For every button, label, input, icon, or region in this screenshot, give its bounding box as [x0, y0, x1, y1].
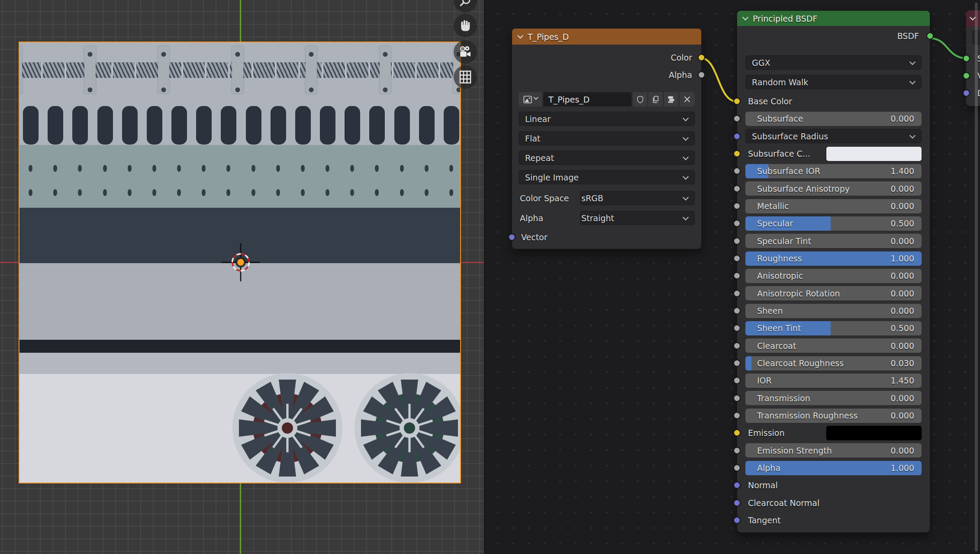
param-slider[interactable]: Transmission Roughness0.000 — [745, 409, 922, 423]
sheen-tint-input-socket[interactable] — [733, 325, 741, 332]
param-slider[interactable]: Subsurface Anisotropy0.000 — [745, 181, 922, 196]
param-slider[interactable]: Metallic0.000 — [745, 199, 922, 213]
base-color-input-socket[interactable] — [733, 98, 741, 105]
texture-band-panel — [19, 374, 460, 483]
material-output-node[interactable]: SVD — [966, 10, 980, 106]
color-swatch[interactable] — [826, 147, 922, 161]
chevron-down-icon — [683, 115, 689, 121]
bsdf-output-socket[interactable] — [926, 32, 934, 40]
clearcoat-normal-input-socket[interactable] — [733, 499, 741, 506]
alpha-mode-dropdown[interactable]: Straight — [580, 211, 695, 225]
texture-vent-slot — [196, 106, 212, 145]
specular-input-socket[interactable] — [733, 220, 741, 227]
unlink-image-button[interactable] — [680, 92, 695, 106]
param-slider[interactable]: Sheen Tint0.500 — [745, 321, 922, 335]
output-input-socket[interactable] — [963, 72, 970, 80]
param-slider[interactable]: Clearcoat Roughness0.030 — [745, 356, 922, 370]
param-slider[interactable]: Anisotropic0.000 — [745, 269, 922, 283]
textured-plane-object[interactable] — [19, 42, 461, 483]
bsdf-node-header[interactable]: Principled BSDF — [737, 11, 930, 26]
param-slider[interactable]: Transmission0.000 — [745, 391, 922, 405]
roughness-input-socket[interactable] — [733, 255, 741, 262]
anisotropic-input-socket[interactable] — [733, 272, 741, 280]
texture-rivet — [276, 165, 280, 172]
output-input-socket[interactable] — [963, 90, 970, 97]
color-space-label: Color Space — [519, 193, 580, 203]
subsurface-ior-input-socket[interactable] — [733, 167, 741, 175]
param-slider[interactable]: Specular0.500 — [745, 216, 922, 231]
ior-input-socket[interactable] — [733, 377, 741, 384]
viewport-camera-button[interactable] — [454, 40, 477, 64]
clearcoat-roughness-input-socket[interactable] — [733, 360, 741, 367]
texture-rivet — [301, 165, 305, 172]
vector-input-socket[interactable] — [508, 234, 516, 241]
metallic-input-socket[interactable] — [733, 203, 741, 210]
color-swatch[interactable] — [826, 426, 922, 440]
color-output-socket[interactable] — [698, 54, 705, 61]
param-slider[interactable]: Subsurface0.000 — [745, 112, 922, 126]
sheen-input-socket[interactable] — [733, 307, 741, 315]
interpolation-dropdown[interactable]: Linear — [519, 112, 695, 126]
subsurface-input-socket[interactable] — [733, 115, 741, 122]
param-dropdown[interactable]: Subsurface Radius — [745, 129, 922, 143]
bsdf-param-transmission: Transmission0.000 — [745, 390, 922, 407]
param-slider[interactable]: Subsurface IOR1.400 — [745, 164, 922, 178]
alpha-input-socket[interactable] — [733, 464, 741, 472]
texture-fan — [231, 372, 344, 483]
viewport-pan-button[interactable] — [454, 14, 477, 37]
subsurface-radius-input-socket[interactable] — [733, 132, 741, 140]
image-name-field[interactable]: T_Pipes_D — [543, 92, 632, 106]
image-datablock-row: T_Pipes_D — [519, 92, 695, 106]
param-slider[interactable]: Specular Tint0.000 — [745, 234, 922, 248]
param-slider[interactable]: Alpha1.000 — [745, 461, 922, 475]
unpack-image-button[interactable] — [664, 92, 678, 106]
node-title: T_Pipes_D — [528, 32, 569, 42]
extension-dropdown[interactable]: Repeat — [519, 151, 695, 165]
texture-bracket — [158, 46, 169, 93]
subsurface-method-dropdown[interactable]: Random Walk — [745, 75, 922, 89]
texture-vent-slot — [394, 106, 410, 145]
param-slider[interactable]: Clearcoat0.000 — [745, 338, 922, 353]
param-slider[interactable]: Emission Strength0.000 — [745, 443, 922, 457]
emission-input-socket[interactable] — [733, 429, 741, 437]
image-node-header[interactable]: T_Pipes_D — [512, 29, 701, 45]
principled-bsdf-node[interactable]: Principled BSDF BSDF GGX Random Walk Bas… — [737, 11, 930, 532]
alpha-output-socket[interactable] — [698, 71, 705, 79]
texture-rivet — [103, 189, 107, 196]
color-space-dropdown[interactable]: sRGB — [580, 191, 695, 205]
param-slider[interactable]: Anisotropic Rotation0.000 — [745, 286, 922, 300]
texture-rivet — [276, 189, 280, 196]
clearcoat-input-socket[interactable] — [733, 342, 741, 349]
editor-scrollbar[interactable] — [975, 3, 978, 551]
param-slider[interactable]: Sheen0.000 — [745, 304, 922, 318]
output-input-socket[interactable] — [963, 55, 970, 62]
param-slider[interactable]: Roughness1.000 — [745, 251, 922, 266]
collapse-chevron-icon[interactable] — [742, 14, 748, 20]
transmission-input-socket[interactable] — [733, 394, 741, 402]
subsurface-anisotropy-input-socket[interactable] — [733, 185, 741, 192]
param-slider[interactable]: IOR1.450 — [745, 374, 922, 388]
bsdf-param-subsurface-radius: Subsurface Radius — [745, 128, 922, 145]
viewport-grid-button[interactable] — [454, 65, 477, 89]
tangent-input-socket[interactable] — [733, 517, 741, 524]
viewport-3d[interactable] — [0, 0, 485, 554]
new-image-button[interactable] — [648, 92, 663, 106]
normal-input-socket[interactable] — [733, 482, 741, 489]
texture-rivet — [177, 165, 181, 172]
distribution-dropdown[interactable]: GGX — [745, 55, 922, 70]
output-node-header[interactable] — [966, 10, 980, 27]
projection-dropdown[interactable]: Flat — [519, 131, 695, 145]
anisotropic-rotation-input-socket[interactable] — [733, 290, 741, 297]
subsurface-c--input-socket[interactable] — [733, 150, 741, 158]
texture-vent-slot — [171, 106, 187, 145]
texture-band-dark — [19, 208, 460, 263]
collapse-chevron-icon[interactable] — [517, 32, 523, 39]
source-dropdown[interactable]: Single Image — [519, 170, 695, 184]
chevron-down-icon — [909, 78, 916, 84]
transmission-roughness-input-socket[interactable] — [733, 412, 741, 419]
image-browse-button[interactable] — [519, 92, 542, 106]
specular-tint-input-socket[interactable] — [733, 237, 741, 245]
fake-user-button[interactable] — [633, 92, 647, 106]
image-texture-node[interactable]: T_Pipes_D Color Alpha T_Pipes_D — [512, 29, 701, 249]
emission-strength-input-socket[interactable] — [733, 447, 741, 454]
